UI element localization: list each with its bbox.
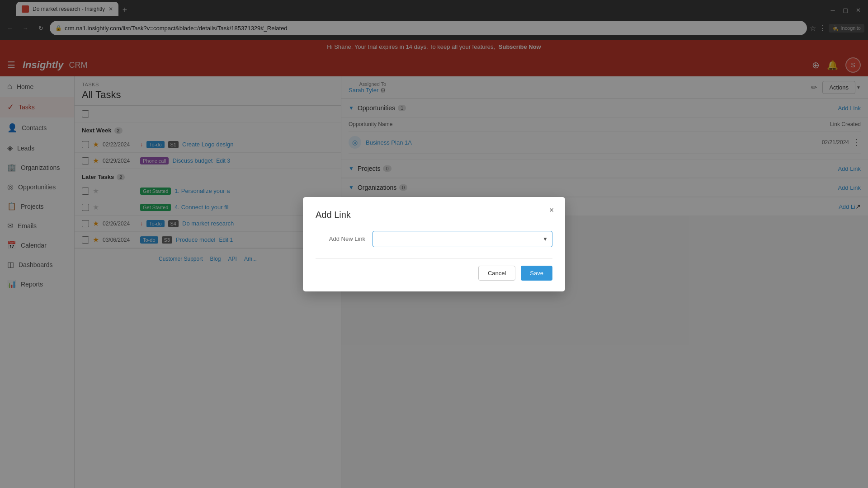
cancel-button[interactable]: Cancel — [478, 266, 515, 281]
modal-close-button[interactable]: × — [545, 204, 558, 217]
add-new-link-label: Add New Link — [316, 235, 365, 242]
modal-divider — [316, 258, 552, 258]
modal-overlay: Add Link × Add New Link ▼ Cancel Save — [0, 0, 868, 488]
modal-title: Add Link — [316, 210, 552, 220]
modal-footer: Cancel Save — [316, 266, 552, 281]
add-link-modal: Add Link × Add New Link ▼ Cancel Save — [303, 197, 565, 291]
modal-form-row: Add New Link ▼ — [316, 231, 552, 247]
save-button[interactable]: Save — [521, 266, 552, 281]
link-type-select[interactable] — [373, 231, 552, 247]
